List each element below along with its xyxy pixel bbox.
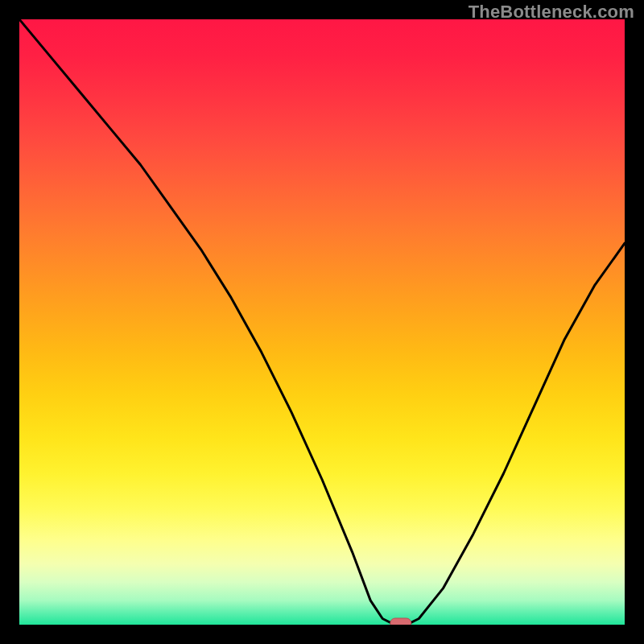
gradient-background: [19, 19, 625, 625]
bottleneck-chart: [19, 19, 625, 625]
optimum-marker: [390, 618, 411, 625]
chart-frame: TheBottleneck.com: [0, 0, 644, 644]
plot-area: [19, 19, 625, 625]
